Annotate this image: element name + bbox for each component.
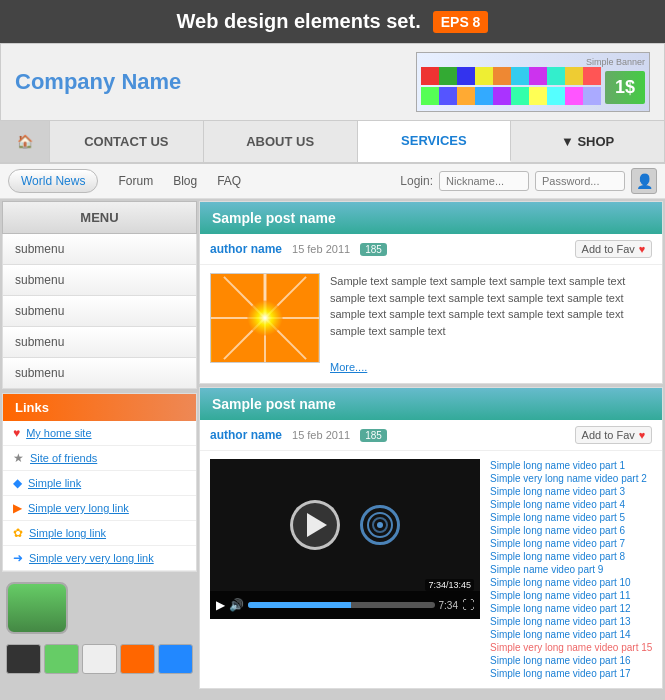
date-1: 15 feb 2011 (292, 429, 350, 441)
nav-services[interactable]: SERVICES (358, 121, 512, 162)
link-label-5: Simple very very long link (29, 552, 154, 564)
video-link-11[interactable]: Simple long name video part 12 (490, 602, 652, 615)
nav-shop-label: ▼ SHOP (561, 134, 614, 149)
video-link-2[interactable]: Simple long name video part 3 (490, 485, 652, 498)
swirl-svg (365, 510, 395, 540)
sidebar-green-btn-area (2, 578, 197, 638)
color-btn-white[interactable] (82, 644, 117, 674)
sub-nav: World News Forum Blog FAQ Login: 👤 (0, 164, 665, 199)
forum-link[interactable]: Forum (108, 170, 163, 192)
sidebar-item-3[interactable]: submenu (2, 296, 197, 327)
post-thumbnail-0 (210, 273, 320, 363)
nav-home[interactable]: 🏠 (0, 121, 50, 162)
color-btn-green[interactable] (44, 644, 79, 674)
post-title-1: Sample post name (212, 396, 336, 412)
link-item-1[interactable]: ★ Site of friends (3, 446, 196, 471)
sidebar-item-1[interactable]: submenu (2, 234, 197, 265)
author-0[interactable]: author name (210, 242, 282, 256)
add-fav-label-1: Add to Fav (582, 429, 635, 441)
link-item-5[interactable]: ➜ Simple very very long link (3, 546, 196, 571)
video-player[interactable]: ▶ 🔊 7:34 ⛶ 7:34/13:45 (210, 459, 480, 619)
arrow-long-icon: ➜ (13, 551, 23, 565)
nav-contact-label: CONTACT US (84, 134, 168, 149)
menu-title: MENU (2, 201, 197, 234)
video-link-6[interactable]: Simple long name video part 7 (490, 537, 652, 550)
color-btn-blue[interactable] (158, 644, 193, 674)
play-triangle-icon (307, 513, 327, 537)
video-time: 7:34 (439, 600, 458, 611)
link-label-4: Simple long link (29, 527, 106, 539)
green-square-btn[interactable] (6, 582, 68, 634)
sidebar: MENU submenu submenu submenu submenu sub… (2, 201, 197, 692)
add-fav-1[interactable]: Add to Fav ♥ (575, 426, 653, 444)
nickname-input[interactable] (439, 171, 529, 191)
video-overlay (210, 459, 480, 591)
color-btn-black[interactable] (6, 644, 41, 674)
banner-content: 1$ (421, 67, 645, 107)
user-icon-btn[interactable]: 👤 (631, 168, 657, 194)
star-icon: ★ (13, 451, 24, 465)
sidebar-item-2[interactable]: submenu (2, 265, 197, 296)
link-item-3[interactable]: ▶ Simple very long link (3, 496, 196, 521)
link-item-2[interactable]: ◆ Simple link (3, 471, 196, 496)
play-button[interactable] (290, 500, 340, 550)
post-card-1: Sample post name author name 15 feb 2011… (199, 387, 663, 689)
arrow-right-icon: ▶ (13, 501, 22, 515)
link-item-0[interactable]: ♥ My home site (3, 421, 196, 446)
nav-shop[interactable]: ▼ SHOP (511, 121, 665, 162)
banner-price: 1$ (605, 71, 645, 104)
post-meta-1: author name 15 feb 2011 185 Add to Fav ♥ (200, 420, 662, 451)
sidebar-item-4[interactable]: submenu (2, 327, 197, 358)
fullscreen-btn[interactable]: ⛶ (462, 598, 474, 612)
banner-title: Web design elements set. (177, 10, 421, 33)
volume-btn[interactable]: 🔊 (229, 598, 244, 612)
video-link-15[interactable]: Simple long name video part 16 (490, 654, 652, 667)
links-title: Links (3, 394, 196, 421)
nav-about-label: ABOUT US (246, 134, 314, 149)
banner-area: Simple Banner (416, 52, 650, 112)
nav-about[interactable]: ABOUT US (204, 121, 358, 162)
post-header-1: Sample post name (200, 388, 662, 420)
link-item-4[interactable]: ✿ Simple long link (3, 521, 196, 546)
nav-contact[interactable]: CONTACT US (50, 121, 204, 162)
link-label-2: Simple link (28, 477, 81, 489)
color-blocks (421, 67, 601, 107)
faq-link[interactable]: FAQ (207, 170, 251, 192)
post-card-0: Sample post name author name 15 feb 2011… (199, 201, 663, 384)
world-news-btn[interactable]: World News (8, 169, 98, 193)
company-name: Company Name (15, 69, 181, 95)
video-link-5[interactable]: Simple long name video part 6 (490, 524, 652, 537)
video-link-10[interactable]: Simple long name video part 11 (490, 589, 652, 602)
video-link-3[interactable]: Simple long name video part 4 (490, 498, 652, 511)
video-link-4[interactable]: Simple long name video part 5 (490, 511, 652, 524)
video-link-8[interactable]: Simple name video part 9 (490, 563, 652, 576)
video-link-14[interactable]: Simple very long name video part 15 (490, 641, 652, 654)
flower-icon: ✿ (13, 526, 23, 540)
password-input[interactable] (535, 171, 625, 191)
header: Company Name Simple Banner (0, 43, 665, 121)
color-buttons-row (2, 640, 197, 678)
video-link-9[interactable]: Simple long name video part 10 (490, 576, 652, 589)
comment-count-0: 185 (360, 243, 387, 256)
video-link-13[interactable]: Simple long name video part 14 (490, 628, 652, 641)
color-btn-orange[interactable] (120, 644, 155, 674)
main-area: MENU submenu submenu submenu submenu sub… (0, 199, 665, 694)
video-link-1[interactable]: Simple very long name video part 2 (490, 472, 652, 485)
link-label-3: Simple very long link (28, 502, 129, 514)
heart-icon: ♥ (13, 426, 20, 440)
video-links-list: Simple long name video part 1Simple very… (490, 459, 652, 680)
video-link-16[interactable]: Simple long name video part 17 (490, 667, 652, 680)
more-link-0[interactable]: More.... (330, 361, 367, 373)
video-link-0[interactable]: Simple long name video part 1 (490, 459, 652, 472)
add-fav-0[interactable]: Add to Fav ♥ (575, 240, 653, 258)
link-label-0: My home site (26, 427, 91, 439)
link-label-1: Site of friends (30, 452, 97, 464)
author-1[interactable]: author name (210, 428, 282, 442)
post-body-0: Sample text sample text sample text samp… (200, 265, 662, 383)
play-pause-btn[interactable]: ▶ (216, 598, 225, 612)
video-link-12[interactable]: Simple long name video part 13 (490, 615, 652, 628)
sidebar-item-5[interactable]: submenu (2, 358, 197, 389)
video-link-7[interactable]: Simple long name video part 8 (490, 550, 652, 563)
progress-bar[interactable] (248, 602, 435, 608)
blog-link[interactable]: Blog (163, 170, 207, 192)
